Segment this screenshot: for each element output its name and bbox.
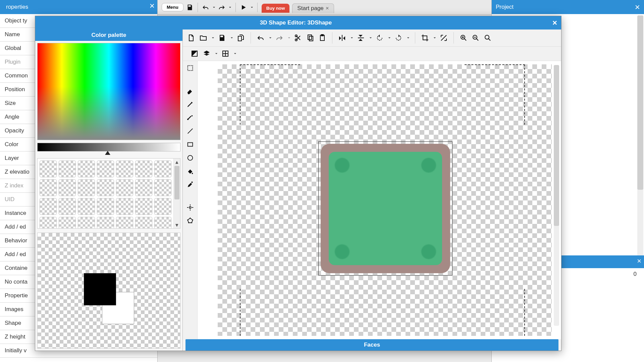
color-swatch[interactable]	[116, 161, 133, 177]
undo-icon[interactable]	[202, 4, 209, 11]
zoom-fit-icon[interactable]	[483, 34, 492, 42]
resize-icon[interactable]	[439, 34, 448, 42]
flip-v-dropdown-icon[interactable]	[369, 37, 372, 39]
selection-bounds[interactable]	[318, 141, 452, 276]
redo-icon[interactable]	[275, 34, 284, 42]
rotate-ccw-dropdown-icon[interactable]	[388, 37, 391, 39]
color-swatch[interactable]	[78, 179, 95, 196]
canvas-scrollbar[interactable]	[554, 65, 559, 326]
color-swatch[interactable]	[135, 161, 152, 177]
color-swatch[interactable]	[97, 161, 114, 177]
color-swatch[interactable]	[154, 161, 171, 177]
tab-start-page[interactable]: Start page ×	[292, 3, 334, 13]
color-picker-field[interactable]	[37, 43, 180, 140]
grid-icon[interactable]	[221, 49, 230, 58]
play-icon[interactable]	[240, 4, 247, 11]
flip-h-dropdown-icon[interactable]	[351, 37, 353, 39]
color-swatch[interactable]	[116, 179, 133, 196]
scroll-down-icon[interactable]: ▾	[174, 222, 180, 228]
open-dropdown-icon[interactable]	[212, 37, 214, 39]
color-swatch[interactable]	[78, 198, 95, 215]
color-swatch[interactable]	[59, 217, 76, 228]
pencil-tool-icon[interactable]	[186, 100, 195, 109]
color-swatch[interactable]	[78, 217, 95, 228]
undo-dropdown-icon[interactable]	[213, 6, 215, 9]
color-swatch[interactable]	[154, 179, 171, 196]
color-swatch[interactable]	[59, 179, 76, 196]
zoom-in-icon[interactable]	[459, 34, 468, 42]
flip-horizontal-icon[interactable]	[338, 34, 346, 42]
project-scrollbar[interactable]	[637, 15, 643, 257]
color-swatch[interactable]	[135, 217, 152, 228]
color-swatch[interactable]	[78, 161, 95, 177]
color-swatch[interactable]	[59, 198, 76, 215]
rectangle-tool-icon[interactable]	[186, 140, 195, 149]
color-swatch[interactable]	[40, 161, 57, 177]
undo-icon[interactable]	[256, 34, 265, 42]
polygon-tool-icon[interactable]	[186, 217, 195, 225]
save-dropdown-icon[interactable]	[230, 37, 233, 39]
modal-close-icon[interactable]: ×	[552, 19, 557, 27]
foreground-color-swatch[interactable]	[84, 273, 116, 305]
color-swatch[interactable]	[154, 217, 171, 228]
play-dropdown-icon[interactable]	[251, 6, 253, 9]
rotate-cw-icon[interactable]	[394, 34, 403, 42]
color-swatch[interactable]	[135, 179, 152, 196]
color-swatch[interactable]	[116, 198, 133, 215]
brush-tool-icon[interactable]	[186, 113, 195, 122]
color-swatch[interactable]	[40, 217, 57, 228]
line-tool-icon[interactable]	[186, 127, 195, 135]
faces-bar[interactable]: Faces	[185, 339, 558, 351]
ellipse-tool-icon[interactable]	[186, 154, 195, 162]
rotate-cw-dropdown-icon[interactable]	[407, 37, 410, 39]
new-file-icon[interactable]	[187, 34, 196, 42]
color-swatch[interactable]	[154, 198, 171, 215]
layers-icon[interactable]	[202, 49, 211, 58]
rotate-ccw-icon[interactable]	[375, 34, 384, 42]
properties-panel-close-icon[interactable]: ×	[150, 1, 155, 10]
marquee-tool-icon[interactable]	[186, 64, 195, 72]
value-slider-thumb-icon[interactable]	[105, 151, 110, 155]
color-swatch[interactable]	[97, 179, 114, 196]
color-swatch[interactable]	[40, 179, 57, 196]
color-swatch[interactable]	[116, 217, 133, 228]
color-swatch[interactable]	[97, 198, 114, 215]
color-swatch[interactable]	[135, 198, 152, 215]
color-swatch[interactable]	[97, 217, 114, 228]
zoom-out-icon[interactable]	[471, 34, 480, 42]
fill-tool-icon[interactable]	[186, 167, 195, 176]
undo-dropdown-icon[interactable]	[269, 37, 272, 39]
save-icon[interactable]	[186, 4, 194, 11]
buy-now-button[interactable]: Buy now	[262, 4, 290, 13]
project-panel-close-icon[interactable]: ×	[635, 3, 640, 11]
tab-close-icon[interactable]: ×	[326, 5, 329, 12]
redo-icon[interactable]	[218, 4, 225, 11]
swatch-scrollbar[interactable]: ▴ ▾	[173, 159, 180, 228]
flip-vertical-icon[interactable]	[357, 34, 365, 42]
cut-icon[interactable]	[294, 34, 303, 42]
menu-button[interactable]: Menu	[162, 3, 183, 11]
color-swatch[interactable]	[59, 161, 76, 177]
save-file-icon[interactable]	[218, 34, 226, 42]
invert-icon[interactable]	[190, 49, 199, 58]
eyedropper-tool-icon[interactable]	[186, 180, 195, 189]
editor-canvas[interactable]	[218, 64, 552, 336]
origin-tool-icon[interactable]	[186, 203, 195, 212]
svg-point-14	[187, 156, 193, 161]
redo-dropdown-icon[interactable]	[229, 6, 231, 9]
open-folder-icon[interactable]	[199, 34, 208, 42]
layers-dropdown-icon[interactable]	[215, 52, 218, 55]
crop-dropdown-icon[interactable]	[433, 37, 436, 39]
paste-icon[interactable]	[318, 34, 327, 42]
scroll-up-icon[interactable]: ▴	[174, 159, 180, 165]
value-slider-track[interactable]	[37, 143, 180, 152]
color-swatch[interactable]	[40, 198, 57, 215]
shape-dot	[421, 244, 436, 259]
eraser-tool-icon[interactable]	[186, 86, 195, 95]
duplicate-file-icon[interactable]	[236, 34, 245, 42]
grid-dropdown-icon[interactable]	[234, 52, 236, 55]
copy-icon[interactable]	[306, 34, 315, 42]
redo-dropdown-icon[interactable]	[288, 37, 290, 39]
crop-icon[interactable]	[421, 34, 429, 42]
project-section-close-icon[interactable]: ×	[637, 257, 641, 265]
